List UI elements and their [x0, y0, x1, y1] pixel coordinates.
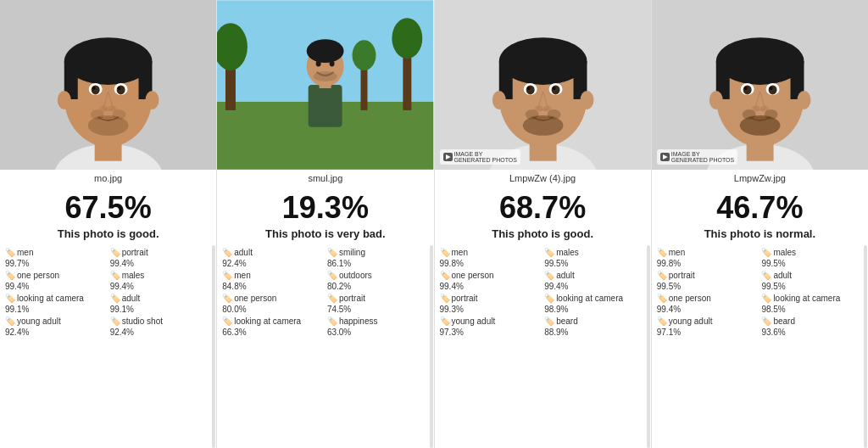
- tag-icon: 🏷️: [327, 247, 337, 258]
- tag-icon: 🏷️: [5, 247, 15, 258]
- tag-item: 🏷️ young adult 97.3%: [440, 316, 542, 338]
- svg-point-46: [526, 85, 534, 94]
- tag-icon: 🏷️: [440, 293, 450, 304]
- tag-score: 99.4%: [110, 258, 212, 269]
- tag-item: 🏷️ looking at camera 99.1%: [5, 293, 107, 315]
- tag-item: 🏷️ looking at camera 66.3%: [222, 316, 324, 338]
- verdict-text: This photo is good.: [58, 227, 159, 240]
- tag-label: 🏷️ men: [440, 247, 542, 258]
- tag-label: 🏷️ beard: [544, 316, 646, 327]
- photo-image-wrapper: [217, 0, 433, 170]
- tag-score: 74.5%: [327, 304, 429, 315]
- tag-score: 93.6%: [761, 327, 863, 338]
- tag-item: 🏷️ looking at camera 98.9%: [544, 293, 646, 315]
- tag-icon: 🏷️: [657, 293, 667, 304]
- tag-label: 🏷️ one person: [657, 293, 759, 304]
- tag-score: 99.8%: [657, 258, 759, 269]
- tag-name: adult: [122, 293, 141, 304]
- tag-label: 🏷️ adult: [110, 293, 212, 304]
- tag-item: 🏷️ one person 80.0%: [222, 293, 324, 315]
- tag-name: smiling: [339, 247, 365, 258]
- tag-name: beard: [773, 316, 795, 327]
- tag-label: 🏷️ one person: [222, 293, 324, 304]
- tag-label: 🏷️ beard: [761, 316, 863, 327]
- svg-point-19: [113, 109, 126, 120]
- tag-label: 🏷️ men: [5, 247, 107, 258]
- tag-name: studio shot: [122, 316, 163, 327]
- tag-label: 🏷️ young adult: [5, 316, 107, 327]
- tag-score: 98.5%: [761, 304, 863, 315]
- tag-score: 99.5%: [544, 258, 646, 269]
- tag-label: 🏷️ portrait: [110, 247, 212, 258]
- tag-icon: 🏷️: [657, 270, 667, 281]
- svg-point-14: [118, 87, 121, 90]
- photo-column-col4: ▶IMAGE BYGENERATED PHOTOSLmpwZw.jpg46.7%…: [652, 0, 868, 448]
- svg-rect-28: [309, 85, 342, 127]
- tag-item: 🏷️ men 84.8%: [222, 270, 324, 292]
- tag-score: 80.0%: [222, 304, 324, 315]
- verdict-text: This photo is normal.: [704, 227, 815, 240]
- tag-item: 🏷️ adult 92.4%: [222, 247, 324, 269]
- svg-point-47: [551, 85, 559, 94]
- tag-item: 🏷️ adult 99.1%: [110, 293, 212, 315]
- tags-grid: 🏷️ men 99.7% 🏷️ portrait 99.4% 🏷️ one pe…: [3, 245, 213, 339]
- svg-point-66: [743, 85, 751, 94]
- tag-icon: 🏷️: [110, 316, 120, 327]
- tag-icon: 🏷️: [222, 247, 232, 258]
- tags-section[interactable]: 🏷️ men 99.7% 🏷️ portrait 99.4% 🏷️ one pe…: [0, 245, 216, 448]
- tag-label: 🏷️ young adult: [440, 316, 542, 327]
- tag-name: men: [234, 270, 250, 281]
- tag-label: 🏷️ adult: [761, 270, 863, 281]
- tag-score: 99.4%: [440, 281, 542, 292]
- tag-item: 🏷️ beard 93.6%: [761, 316, 863, 338]
- tag-label: 🏷️ looking at camera: [761, 293, 863, 304]
- tag-item: 🏷️ smiling 86.1%: [327, 247, 429, 269]
- tag-label: 🏷️ men: [222, 270, 324, 281]
- photo-image-wrapper: [0, 0, 216, 170]
- tag-label: 🏷️ smiling: [327, 247, 429, 258]
- filename-label: smul.jpg: [308, 173, 342, 183]
- tag-icon: 🏷️: [440, 316, 450, 327]
- tag-label: 🏷️ one person: [5, 270, 107, 281]
- svg-point-73: [742, 109, 755, 120]
- filename-label: LmpwZw.jpg: [734, 173, 786, 183]
- tag-name: adult: [556, 270, 575, 281]
- tags-grid: 🏷️ adult 92.4% 🏷️ smiling 86.1% 🏷️ men 8…: [220, 245, 430, 339]
- tag-label: 🏷️ males: [544, 247, 646, 258]
- tag-icon: 🏷️: [761, 293, 771, 304]
- tag-score: 63.0%: [327, 327, 429, 338]
- svg-point-62: [709, 91, 723, 109]
- tag-score: 84.8%: [222, 281, 324, 292]
- tags-section[interactable]: 🏷️ men 99.8% 🏷️ males 99.5% 🏷️ portrait …: [652, 245, 868, 448]
- tag-icon: 🏷️: [761, 247, 771, 258]
- tag-item: 🏷️ one person 99.4%: [440, 270, 542, 292]
- svg-point-63: [797, 91, 810, 109]
- svg-point-18: [91, 109, 104, 120]
- svg-point-7: [58, 91, 71, 109]
- tag-name: beard: [556, 316, 578, 327]
- tag-item: 🏷️ men 99.8%: [440, 247, 542, 269]
- tag-name: one person: [452, 270, 494, 281]
- photo-image-wrapper: ▶IMAGE BYGENERATED PHOTOS: [652, 0, 868, 170]
- tag-item: 🏷️ beard 88.9%: [544, 316, 646, 338]
- tags-section[interactable]: 🏷️ adult 92.4% 🏷️ smiling 86.1% 🏷️ men 8…: [217, 245, 433, 448]
- photo-column-col2: smul.jpg19.3%This photo is very bad. 🏷️ …: [217, 0, 434, 448]
- tag-score: 92.4%: [222, 258, 324, 269]
- tag-item: 🏷️ young adult 92.4%: [5, 316, 107, 338]
- tag-icon: 🏷️: [327, 270, 337, 281]
- tag-icon: 🏷️: [327, 293, 337, 304]
- tag-label: 🏷️ looking at camera: [222, 316, 324, 327]
- tag-label: 🏷️ happiness: [327, 316, 429, 327]
- tag-name: looking at camera: [17, 293, 84, 304]
- tag-name: one person: [17, 270, 59, 281]
- tag-item: 🏷️ men 99.8%: [657, 247, 759, 269]
- tag-name: adult: [234, 247, 253, 258]
- tags-section[interactable]: 🏷️ men 99.8% 🏷️ males 99.5% 🏷️ one perso…: [435, 245, 651, 448]
- tag-name: one person: [669, 293, 711, 304]
- svg-point-31: [307, 39, 344, 63]
- tag-score: 99.4%: [110, 281, 212, 292]
- score-value: 67.5%: [65, 190, 152, 226]
- tag-score: 99.5%: [657, 281, 759, 292]
- score-value: 19.3%: [282, 190, 369, 226]
- tag-name: outdoors: [339, 270, 372, 281]
